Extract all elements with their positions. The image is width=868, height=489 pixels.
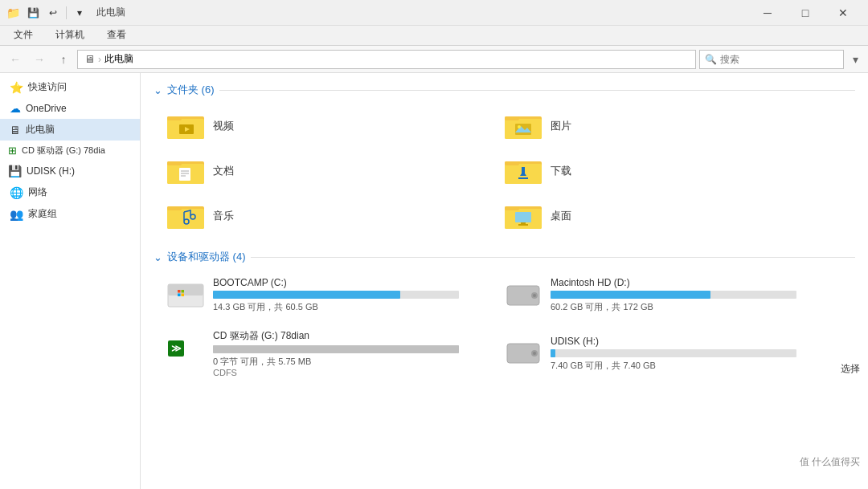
udisk-h-info: UDISK (H:) 7.40 GB 可用，共 7.40 GB (551, 336, 796, 372)
folder-label-pictures: 图片 (551, 119, 571, 133)
folder-label-desktop: 桌面 (551, 209, 571, 223)
macintosh-size: 60.2 GB 可用，共 172 GB (551, 301, 796, 313)
svg-point-10 (518, 125, 521, 128)
up-button[interactable]: ↑ (53, 49, 74, 70)
sidebar-item-this-pc[interactable]: 🖥 此电脑 (0, 119, 140, 141)
address-pc-icon: 🖥 (84, 53, 95, 65)
documents-folder-icon (166, 155, 205, 187)
minimize-button[interactable]: ─ (749, 0, 786, 26)
quick-access-icon: ⭐ (10, 81, 23, 94)
folder-item-videos[interactable]: 视频 (160, 105, 465, 147)
sidebar-item-label: 家庭组 (28, 207, 57, 221)
sidebar-item-network[interactable]: 🌐 网络 (0, 181, 140, 203)
address-dropdown-btn[interactable]: ▾ (847, 49, 863, 70)
folder-item-documents[interactable]: 文档 (160, 150, 465, 192)
cd-type: CDFS (213, 368, 459, 377)
drives-collapse-icon: ⌄ (154, 251, 162, 263)
udisk-h-name: UDISK (H:) (551, 336, 796, 347)
bootcamp-name: BOOTCAMP (C:) (213, 277, 459, 288)
ribbon-tabs: 文件 计算机 查看 (0, 26, 868, 45)
sidebar-item-udisk[interactable]: 💾 UDISK (H:) (0, 161, 140, 181)
svg-point-42 (533, 294, 536, 297)
bootcamp-size: 14.3 GB 可用，共 60.5 GB (213, 301, 459, 313)
folders-grid: 视频 图片 (160, 105, 855, 237)
udisk-h-bar-fill (551, 349, 555, 357)
maximize-button[interactable]: □ (787, 0, 824, 26)
svg-rect-32 (518, 224, 528, 226)
search-icon: 🔍 (705, 54, 717, 65)
svg-rect-23 (518, 177, 528, 179)
onedrive-icon: ☁ (10, 102, 21, 115)
content-area: ⌄ 文件夹 (6) 视频 (141, 73, 868, 489)
drive-item-udisk[interactable]: UDISK (H:) 7.40 GB 可用，共 7.40 GB (497, 324, 803, 382)
cd-bar-bg (213, 345, 459, 353)
folders-collapse-icon: ⌄ (154, 84, 162, 96)
cd-icon: ≫ (166, 337, 205, 369)
folder-item-music[interactable]: 音乐 (160, 195, 465, 237)
svg-rect-14 (179, 168, 190, 181)
address-path[interactable]: 🖥 › 此电脑 (77, 50, 696, 69)
qat-dropdown[interactable]: ▾ (71, 4, 88, 22)
titlebar-folder-icon: 📁 (6, 6, 20, 19)
search-box: 🔍 (699, 50, 844, 69)
sidebar-item-homegroup[interactable]: 👥 家庭组 (0, 203, 140, 225)
folder-item-desktop[interactable]: 桌面 (497, 195, 803, 237)
folder-label-videos: 视频 (213, 119, 234, 133)
video-folder-icon (166, 110, 205, 142)
drives-grid: BOOTCAMP (C:) 14.3 GB 可用，共 60.5 GB (160, 272, 855, 382)
addressbar: ← → ↑ 🖥 › 此电脑 🔍 ▾ (0, 46, 868, 73)
macintosh-icon (504, 279, 542, 312)
tab-view[interactable]: 查看 (96, 24, 137, 45)
close-button[interactable]: ✕ (825, 0, 862, 26)
sidebar-item-cd-drive[interactable]: ⊞ CD 驱动器 (G:) 78dia (0, 141, 140, 161)
sidebar-item-label: 此电脑 (26, 123, 55, 137)
drive-item-bootcamp[interactable]: BOOTCAMP (C:) 14.3 GB 可用，共 60.5 GB (160, 272, 465, 318)
drives-section-header[interactable]: ⌄ 设备和驱动器 (4) (154, 250, 855, 264)
address-text: 此电脑 (104, 52, 133, 66)
macintosh-bar-bg (551, 291, 796, 299)
macintosh-name: Macintosh HD (D:) (551, 277, 796, 288)
folder-item-pictures[interactable]: 图片 (497, 105, 803, 147)
svg-rect-20 (505, 161, 519, 165)
svg-rect-29 (505, 206, 519, 210)
folder-item-downloads[interactable]: 下载 (497, 150, 803, 192)
sidebar: ⭐ 快速访问 ☁ OneDrive 🖥 此电脑 ⊞ CD 驱动器 (G:) 78… (0, 73, 141, 489)
qat-undo[interactable]: ↩ (44, 4, 62, 22)
folders-title: 文件夹 (6) (167, 83, 215, 97)
folders-divider (219, 90, 856, 91)
watermark-text: 值 什么值得买 (800, 456, 860, 467)
sidebar-item-quick-access[interactable]: ⭐ 快速访问 (0, 76, 140, 98)
network-icon: 🌐 (10, 186, 23, 199)
folders-section-header[interactable]: ⌄ 文件夹 (6) (154, 83, 855, 97)
tab-file[interactable]: 文件 (3, 24, 43, 45)
sidebar-item-label: 快速访问 (28, 80, 67, 94)
svg-text:≫: ≫ (171, 343, 182, 354)
back-button[interactable]: ← (5, 49, 26, 70)
cd-svg: ≫ (166, 337, 205, 369)
folder-label-downloads: 下载 (551, 164, 571, 178)
svg-rect-37 (182, 290, 185, 293)
svg-rect-31 (521, 222, 526, 224)
drive-item-cd[interactable]: ≫ CD 驱动器 (G:) 78dian 0 字节 可用，共 5.75 MB C… (160, 324, 465, 382)
qat-save[interactable]: 💾 (24, 4, 42, 22)
music-folder-icon (166, 200, 205, 232)
svg-rect-34 (168, 284, 203, 295)
bootcamp-bar-fill (213, 291, 400, 299)
sidebar-item-label: UDISK (H:) (27, 165, 75, 177)
forward-button[interactable]: → (29, 49, 50, 70)
drives-divider (251, 257, 856, 258)
sidebar-item-onedrive[interactable]: ☁ OneDrive (0, 98, 140, 119)
sidebar-item-label: OneDrive (26, 103, 67, 114)
select-button[interactable]: 选择 (841, 362, 860, 376)
bootcamp-info: BOOTCAMP (C:) 14.3 GB 可用，共 60.5 GB (213, 277, 459, 313)
svg-rect-7 (505, 116, 519, 120)
macintosh-bar-fill (551, 291, 710, 299)
svg-rect-36 (178, 290, 181, 293)
drive-item-macintosh[interactable]: Macintosh HD (D:) 60.2 GB 可用，共 172 GB (497, 272, 803, 318)
tab-computer[interactable]: 计算机 (45, 24, 95, 45)
main-layout: ⭐ 快速访问 ☁ OneDrive 🖥 此电脑 ⊞ CD 驱动器 (G:) 78… (0, 73, 868, 489)
ribbon: 文件 计算机 查看 (0, 26, 868, 46)
search-input[interactable] (720, 54, 841, 65)
cd-info: CD 驱动器 (G:) 78dian 0 字节 可用，共 5.75 MB CDF… (213, 329, 459, 377)
svg-rect-39 (182, 293, 185, 296)
